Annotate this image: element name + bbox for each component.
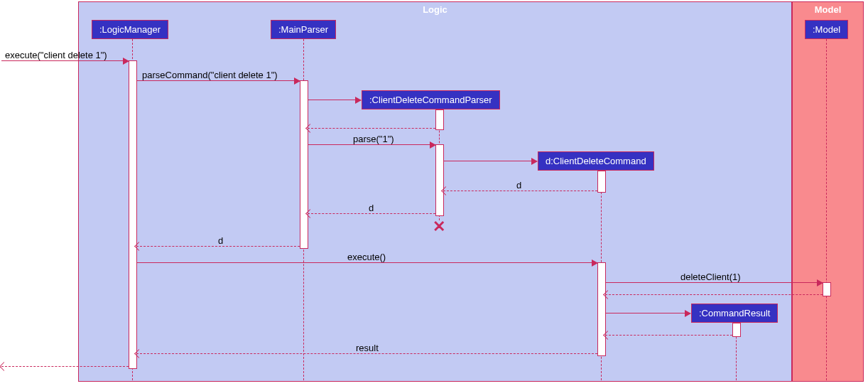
arrow-execute-cmd xyxy=(1,60,129,61)
arrow-create-command xyxy=(443,161,537,161)
arrow-return-d1 xyxy=(443,191,597,191)
arrow-parse-command xyxy=(136,80,300,81)
arrow-return-d2 xyxy=(308,213,435,214)
activation-command-result xyxy=(732,323,741,337)
arrow-execute xyxy=(136,262,597,263)
destroy-icon: ✕ xyxy=(433,218,445,236)
lifeline-model xyxy=(826,39,827,380)
participant-client-delete-command: d:ClientDeleteCommand xyxy=(538,151,654,171)
arrow-delete-client xyxy=(605,282,823,283)
activation-model xyxy=(823,282,831,296)
activation-client-delete-command-2 xyxy=(597,262,606,356)
participant-logic-manager: :LogicManager xyxy=(92,20,168,39)
arrow-create-parser xyxy=(308,100,361,100)
msg-execute: execute() xyxy=(347,252,386,262)
activation-main-parser xyxy=(300,80,308,249)
arrow-return-d3 xyxy=(136,246,300,247)
logic-box-title: Logic xyxy=(79,4,791,15)
arrow-parse xyxy=(308,144,435,145)
arrow-return-result xyxy=(136,353,597,354)
msg-d2: d xyxy=(369,203,374,213)
msg-result: result xyxy=(356,343,379,353)
activation-client-delete-command-1 xyxy=(597,171,606,193)
activation-client-delete-parser-2 xyxy=(435,144,444,216)
participant-model: :Model xyxy=(805,20,848,39)
msg-parse: parse("1") xyxy=(353,134,394,144)
msg-parse-command: parseCommand("client delete 1") xyxy=(142,70,278,80)
msg-d1: d xyxy=(516,180,521,191)
arrow-create-result xyxy=(605,313,690,313)
arrow-return-external xyxy=(1,366,129,367)
arrow-return-model xyxy=(605,294,823,295)
msg-delete-client: deleteClient(1) xyxy=(680,272,741,282)
activation-client-delete-parser-1 xyxy=(435,109,444,130)
arrow-return-commandresult xyxy=(605,335,732,336)
participant-client-delete-parser: :ClientDeleteCommandParser xyxy=(362,90,500,109)
activation-logic-manager xyxy=(129,60,137,369)
model-box: Model xyxy=(792,1,864,382)
participant-command-result: :CommandResult xyxy=(691,304,778,323)
msg-d3: d xyxy=(218,235,223,246)
participant-main-parser: :MainParser xyxy=(271,20,336,39)
arrow-return-parser-create xyxy=(308,128,435,129)
msg-execute-cmd: execute("client delete 1") xyxy=(5,50,107,60)
model-box-title: Model xyxy=(793,4,863,15)
